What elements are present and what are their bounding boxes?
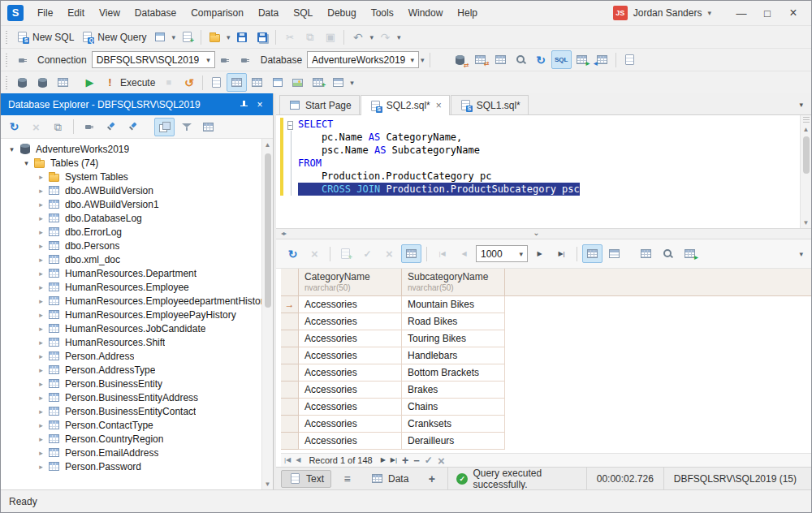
stop-refresh-button[interactable]: ×	[26, 118, 46, 136]
editor-line[interactable]: psc.Name AS SubcategoryName	[287, 144, 800, 157]
manage-columns-button[interactable]	[198, 118, 218, 136]
menu-sql[interactable]: SQL	[286, 3, 320, 23]
layout-button[interactable]	[328, 73, 348, 92]
grid-cell[interactable]: Accessories	[299, 416, 402, 433]
card-view-button[interactable]	[604, 244, 624, 263]
menu-edit[interactable]: Edit	[60, 3, 92, 23]
grid-cell[interactable]: Cranksets	[402, 416, 505, 433]
expand-icon[interactable]: ▸	[35, 352, 47, 360]
expand-icon[interactable]: ▸	[35, 325, 47, 333]
splitter-grip-icon[interactable]	[801, 115, 812, 123]
new-sql-button[interactable]: New SQL	[12, 28, 77, 46]
image-view-button[interactable]	[287, 73, 308, 92]
grid-cell[interactable]: Mountain Bikes	[402, 296, 505, 313]
cancel-results-button[interactable]: ×	[304, 244, 325, 263]
grid-cell[interactable]: Road Bikes	[402, 313, 505, 330]
expand-icon[interactable]: ▸	[35, 311, 47, 319]
tree-item-person-addresstype[interactable]: ▸Person.AddressType	[1, 363, 261, 377]
save-all-button[interactable]	[252, 28, 272, 46]
tree-item-dbo-databaselog[interactable]: ▸dbo.DatabaseLog	[1, 211, 261, 225]
scroll-up-icon[interactable]: ▲	[262, 139, 274, 150]
tab-start-page[interactable]: Start Page	[279, 95, 360, 114]
editor-line[interactable]: CROSS JOIN Production.ProductSubcategory…	[287, 183, 800, 196]
tree-item-person-password[interactable]: ▸Person.Password	[1, 459, 261, 473]
disconnect-button[interactable]	[235, 50, 256, 69]
sql-editor[interactable]: −SELECT pc.Name AS CategoryName, psc.Nam…	[276, 115, 811, 228]
column-header-categoryname[interactable]: CategoryNamenvarchar(50)	[299, 269, 402, 296]
sql-editor-button[interactable]: SQL	[551, 50, 572, 69]
tree-item-person-businessentity[interactable]: ▸Person.BusinessEntity	[1, 377, 261, 390]
copy-button[interactable]: ⧉	[300, 28, 320, 46]
row-indicator[interactable]	[281, 416, 299, 433]
expand-icon[interactable]: ▸	[35, 187, 47, 195]
expand-icon[interactable]: ▸	[35, 256, 47, 264]
tree-item-person-businessentityaddress[interactable]: ▸Person.BusinessEntityAddress	[1, 390, 261, 404]
expand-icon[interactable]: ▸	[35, 463, 47, 471]
aggregates-button[interactable]	[308, 73, 328, 92]
grid-cell[interactable]: Accessories	[299, 382, 402, 399]
expand-icon[interactable]: ▸	[35, 394, 47, 402]
filter-objects-button[interactable]	[176, 118, 197, 136]
minimize-button[interactable]: —	[728, 2, 754, 24]
tab-data[interactable]: Data	[363, 470, 416, 488]
execute-toolbar-caret[interactable]: ▾	[348, 79, 356, 87]
delete-record-button[interactable]: −	[413, 455, 420, 466]
next-page-button[interactable]: ▶	[529, 244, 550, 263]
expand-icon[interactable]: ▸	[35, 338, 47, 347]
database-task-button[interactable]	[53, 73, 73, 92]
undo-caret[interactable]: ▾	[368, 33, 375, 41]
expand-icon[interactable]: ▸	[35, 200, 47, 209]
cut-button[interactable]: ✂	[279, 28, 300, 46]
row-indicator[interactable]	[281, 330, 299, 347]
expand-icon[interactable]: ▸	[35, 173, 47, 181]
new-object-button[interactable]	[177, 28, 197, 46]
connection-properties-button[interactable]	[12, 50, 32, 69]
view-options-button[interactable]: ≡	[333, 470, 361, 488]
page-size-combo[interactable]: 1000▾	[476, 245, 528, 262]
column-visibility-button[interactable]	[636, 244, 656, 263]
maximize-button[interactable]: □	[754, 2, 780, 24]
refresh-button[interactable]: ↻	[531, 50, 551, 69]
menu-file[interactable]: File	[30, 3, 60, 23]
grid-cell[interactable]: Accessories	[299, 296, 402, 313]
grid-cell[interactable]: Accessories	[299, 313, 402, 330]
menu-comparison[interactable]: Comparison	[184, 3, 251, 23]
row-indicator[interactable]	[281, 313, 299, 330]
find-button[interactable]	[511, 50, 531, 69]
unpin-object-button[interactable]	[123, 118, 143, 136]
tree-item-humanresources-employee[interactable]: ▸HumanResources.Employee	[1, 280, 261, 294]
tree-item-person-contacttype[interactable]: ▸Person.ContactType	[1, 418, 261, 432]
close-tab-icon[interactable]: ×	[436, 100, 442, 111]
toolbar-grip[interactable]	[5, 76, 9, 89]
duplicate-button[interactable]: ⧉	[48, 118, 68, 136]
row-indicator[interactable]	[281, 433, 299, 450]
tab-sql2[interactable]: SQL2.sql*×	[361, 95, 450, 115]
execute-options-button[interactable]: !Execute	[100, 73, 158, 92]
last-record-button[interactable]: ▶|	[391, 457, 397, 463]
new-window-button[interactable]	[149, 28, 170, 46]
group-objects-button[interactable]	[154, 118, 175, 136]
grid-cell[interactable]: Touring Bikes	[402, 330, 505, 347]
scroll-down-icon[interactable]: ▼	[801, 217, 812, 228]
row-indicator[interactable]	[281, 399, 299, 416]
grid-cell[interactable]: Bottom Brackets	[402, 364, 505, 382]
tab-text[interactable]: Text	[281, 470, 331, 488]
user-name[interactable]: Jordan Sanders	[633, 7, 702, 19]
expand-icon[interactable]: ▸	[35, 297, 47, 305]
prev-record-button[interactable]: ◀	[296, 457, 300, 463]
grid-cell[interactable]: Brakes	[402, 382, 505, 399]
next-record-button[interactable]: ▶	[381, 457, 386, 463]
toolbar-grip[interactable]	[5, 31, 9, 44]
expand-icon[interactable]: ▸	[35, 449, 47, 457]
post-edit-button[interactable]: ✓	[425, 455, 433, 465]
column-header-subcategoryname[interactable]: SubcategoryNamenvarchar(50)	[402, 269, 505, 296]
export-data-button[interactable]	[572, 50, 592, 69]
table-designer-button[interactable]	[490, 50, 511, 69]
grid-cell[interactable]: Accessories	[299, 433, 402, 450]
script-document-button[interactable]	[620, 50, 640, 69]
grid-cell[interactable]: Accessories	[299, 347, 402, 364]
scroll-up-icon[interactable]: ▲	[801, 123, 812, 135]
user-menu-caret-icon[interactable]: ▾	[707, 9, 711, 17]
menu-tools[interactable]: Tools	[364, 3, 401, 23]
database-script-button[interactable]	[32, 73, 53, 92]
